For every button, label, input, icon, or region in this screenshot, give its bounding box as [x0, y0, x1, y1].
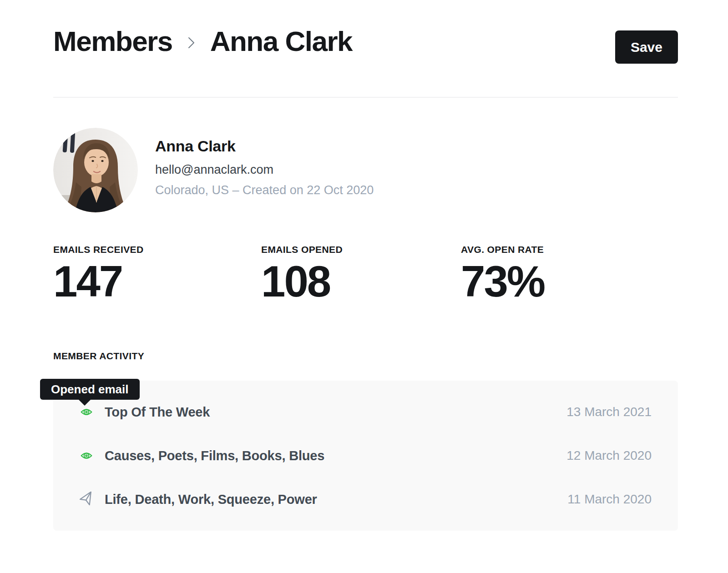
stat-emails-received: EMAILS RECEIVED 147 — [53, 244, 261, 303]
breadcrumb-chevron-icon — [185, 30, 197, 53]
send-icon[interactable] — [78, 492, 94, 507]
stat-label: AVG. OPEN RATE — [461, 244, 544, 255]
eye-icon[interactable] — [78, 406, 94, 418]
stat-label: EMAILS OPENED — [261, 244, 461, 255]
member-email: hello@annaclark.com — [155, 163, 374, 177]
activity-date: 11 March 2020 — [567, 492, 652, 507]
activity-row: Top Of The Week 13 March 2021 — [78, 390, 652, 434]
breadcrumb-current: Anna Clark — [210, 25, 352, 57]
member-meta: Colorado, US – Created on 22 Oct 2020 — [155, 183, 374, 197]
avatar — [53, 128, 138, 212]
page-title: Members Anna Clark — [53, 25, 352, 57]
eye-icon[interactable] — [78, 450, 94, 462]
save-button[interactable]: Save — [615, 30, 678, 64]
member-activity-section: MEMBER ACTIVITY Opened email Top Of The … — [53, 351, 678, 531]
member-profile: Anna Clark hello@annaclark.com Colorado,… — [53, 128, 678, 212]
activity-date: 12 March 2020 — [566, 448, 652, 463]
activity-title[interactable]: Life, Death, Work, Squeeze, Power — [105, 492, 317, 507]
header-divider — [53, 97, 678, 98]
activity-title[interactable]: Causes, Poets, Films, Books, Blues — [105, 448, 324, 463]
stat-value: 147 — [53, 260, 261, 303]
stat-label: EMAILS RECEIVED — [53, 244, 261, 255]
activity-row: Life, Death, Work, Squeeze, Power 11 Mar… — [78, 478, 652, 521]
activity-row: Causes, Poets, Films, Books, Blues 12 Ma… — [78, 434, 652, 478]
profile-info: Anna Clark hello@annaclark.com Colorado,… — [155, 128, 374, 212]
opened-email-tooltip: Opened email — [40, 379, 140, 400]
activity-title[interactable]: Top Of The Week — [105, 405, 210, 420]
activity-list: Top Of The Week 13 March 2021 Causes, Po… — [53, 381, 678, 531]
member-stats: EMAILS RECEIVED 147 EMAILS OPENED 108 AV… — [53, 244, 678, 303]
member-detail-page: Members Anna Clark Save — [53, 0, 678, 531]
member-activity-heading: MEMBER ACTIVITY — [53, 351, 678, 362]
page-header: Members Anna Clark Save — [53, 0, 678, 64]
breadcrumb-members-link[interactable]: Members — [53, 25, 172, 57]
stat-value: 108 — [261, 260, 461, 303]
stat-value: 73% — [461, 260, 544, 303]
stat-open-rate: AVG. OPEN RATE 73% — [461, 244, 544, 303]
member-name: Anna Clark — [155, 137, 374, 155]
activity-date: 13 March 2021 — [566, 405, 652, 419]
stat-emails-opened: EMAILS OPENED 108 — [261, 244, 461, 303]
